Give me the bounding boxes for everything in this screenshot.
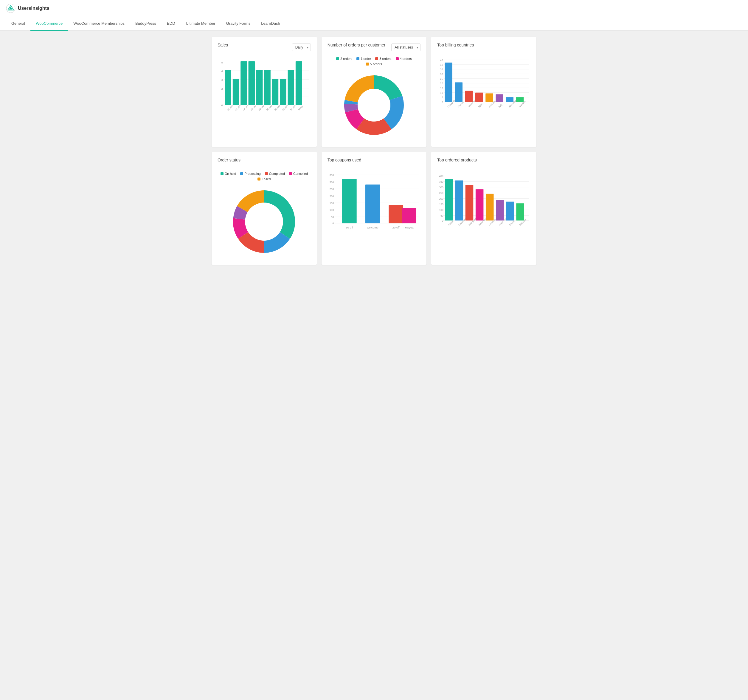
svg-text:02 Jan: 02 Jan bbox=[227, 105, 233, 111]
top-billing-chart: 45 40 35 30 25 20 15 10 5 0 bbox=[437, 57, 531, 120]
dashboard: Sales Daily 5 4 3 2 1 0 bbox=[206, 31, 542, 271]
svg-text:03 Jan: 03 Jan bbox=[234, 105, 242, 111]
legend-dot-2orders bbox=[336, 57, 339, 60]
app-name: UsersInsights bbox=[18, 6, 49, 11]
top-coupons-card: Top coupons used 350 300 250 200 150 100… bbox=[322, 152, 427, 265]
svg-text:40: 40 bbox=[440, 64, 443, 67]
sales-dropdown[interactable]: Daily bbox=[292, 44, 311, 51]
svg-rect-121 bbox=[476, 189, 483, 220]
svg-text:Today: Today bbox=[297, 105, 304, 111]
svg-rect-29 bbox=[280, 79, 286, 105]
legend-3orders: 3 orders bbox=[375, 57, 391, 61]
svg-rect-33 bbox=[296, 61, 302, 105]
legend-label-onhold: On hold bbox=[225, 172, 236, 175]
sales-chart: 5 4 3 2 1 0 02 Jan 03 Jan bbox=[217, 57, 311, 117]
logo: UsersInsights bbox=[6, 4, 49, 13]
legend-2orders: 2 orders bbox=[336, 57, 352, 61]
logo-icon bbox=[6, 4, 15, 13]
legend-label-cancelled: Cancelled bbox=[293, 172, 308, 175]
orders-title: Number of orders per customer bbox=[327, 43, 386, 47]
svg-text:3: 3 bbox=[221, 78, 223, 81]
svg-text:50: 50 bbox=[441, 214, 444, 217]
legend-label-1order: 1 order bbox=[360, 57, 371, 61]
nav-item-edd[interactable]: EDD bbox=[161, 17, 180, 31]
svg-text:250: 250 bbox=[329, 188, 334, 191]
order-status-card: Order status On hold Processing Complete… bbox=[211, 152, 317, 265]
svg-rect-58 bbox=[455, 82, 462, 102]
legend-dot-3orders bbox=[375, 57, 378, 60]
svg-text:350: 350 bbox=[329, 174, 334, 177]
top-billing-title: Top billing countries bbox=[437, 43, 474, 47]
svg-text:5: 5 bbox=[221, 61, 223, 64]
nav-item-gravity-forms[interactable]: Gravity Forms bbox=[221, 17, 256, 31]
orders-dropdown[interactable]: All statuses bbox=[391, 44, 421, 51]
legend-failed: Failed bbox=[257, 177, 271, 181]
svg-rect-117 bbox=[455, 181, 464, 221]
svg-text:0: 0 bbox=[221, 104, 223, 107]
svg-text:25: 25 bbox=[440, 77, 443, 80]
svg-rect-64 bbox=[486, 94, 493, 102]
svg-rect-70 bbox=[516, 97, 524, 102]
svg-rect-123 bbox=[486, 194, 494, 220]
svg-text:Spain: Spain bbox=[478, 102, 483, 108]
svg-text:50: 50 bbox=[331, 216, 334, 219]
legend-dot-4orders bbox=[396, 57, 399, 60]
svg-rect-68 bbox=[506, 97, 514, 102]
sales-dropdown-wrap[interactable]: Daily bbox=[292, 44, 311, 51]
nav-item-general[interactable]: General bbox=[6, 17, 30, 31]
svg-text:15: 15 bbox=[440, 87, 443, 90]
svg-text:100: 100 bbox=[329, 208, 334, 211]
svg-text:350: 350 bbox=[439, 180, 444, 183]
svg-text:06 Jan: 06 Jan bbox=[258, 105, 265, 111]
svg-text:0: 0 bbox=[442, 219, 444, 222]
svg-rect-91 bbox=[365, 185, 380, 223]
nav-item-ultimate-member[interactable]: Ultimate Member bbox=[181, 17, 221, 31]
legend-dot-cancelled bbox=[289, 172, 292, 175]
legend-processing: Processing bbox=[240, 172, 260, 175]
svg-rect-19 bbox=[240, 61, 247, 105]
svg-text:150: 150 bbox=[329, 202, 334, 205]
svg-text:100: 100 bbox=[439, 208, 444, 211]
svg-text:300: 300 bbox=[329, 181, 334, 184]
svg-text:newyear: newyear bbox=[403, 226, 415, 229]
nav-item-buddypress[interactable]: BuddyPress bbox=[130, 17, 161, 31]
legend-dot-processing bbox=[240, 172, 243, 175]
orders-per-customer-card: Number of orders per customer All status… bbox=[322, 36, 427, 147]
top-products-title: Top ordered products bbox=[437, 158, 476, 162]
legend-completed: Completed bbox=[265, 172, 285, 175]
svg-rect-60 bbox=[465, 91, 473, 102]
nav-item-woocommerce-memberships[interactable]: WooCommerce Memberships bbox=[68, 17, 130, 31]
svg-text:10: 10 bbox=[440, 91, 443, 94]
svg-text:09 Jan: 09 Jan bbox=[281, 105, 289, 111]
top-coupons-title: Top coupons used bbox=[327, 158, 362, 162]
svg-text:400: 400 bbox=[439, 175, 444, 178]
orders-legend: 2 orders 1 order 3 orders 4 orders 5 ord… bbox=[327, 57, 421, 66]
svg-rect-31 bbox=[287, 70, 294, 105]
svg-rect-23 bbox=[256, 70, 263, 105]
orders-dropdown-wrap[interactable]: All statuses bbox=[391, 44, 421, 51]
legend-label-processing: Processing bbox=[244, 172, 260, 175]
svg-rect-62 bbox=[475, 93, 483, 102]
nav-item-learndash[interactable]: LearnDash bbox=[256, 17, 286, 31]
svg-text:04 Jan: 04 Jan bbox=[242, 105, 249, 111]
svg-text:200: 200 bbox=[329, 195, 334, 198]
svg-text:07 Jan: 07 Jan bbox=[266, 105, 273, 111]
top-products-chart: 400 350 300 250 200 150 100 50 0 bbox=[437, 172, 531, 241]
order-status-legend: On hold Processing Completed Cancelled F… bbox=[217, 172, 311, 181]
legend-label-5orders: 5 orders bbox=[370, 62, 382, 66]
legend-1order: 1 order bbox=[356, 57, 371, 61]
svg-point-35 bbox=[357, 89, 391, 121]
svg-text:Italy: Italy bbox=[498, 103, 503, 108]
svg-text:welcome: welcome bbox=[366, 226, 379, 229]
svg-text:08 Jan: 08 Jan bbox=[274, 105, 281, 111]
legend-5orders: 5 orders bbox=[366, 62, 382, 66]
svg-rect-25 bbox=[264, 70, 270, 105]
legend-label-4orders: 4 orders bbox=[400, 57, 412, 61]
nav-item-woocommerce[interactable]: WooCommerce bbox=[30, 17, 68, 31]
svg-text:10 Jan: 10 Jan bbox=[289, 105, 296, 111]
nav-bar: General WooCommerce WooCommerce Membersh… bbox=[0, 17, 748, 31]
svg-text:30: 30 bbox=[440, 73, 443, 76]
svg-text:300: 300 bbox=[439, 186, 444, 189]
svg-rect-66 bbox=[496, 94, 503, 102]
svg-rect-119 bbox=[465, 185, 474, 220]
